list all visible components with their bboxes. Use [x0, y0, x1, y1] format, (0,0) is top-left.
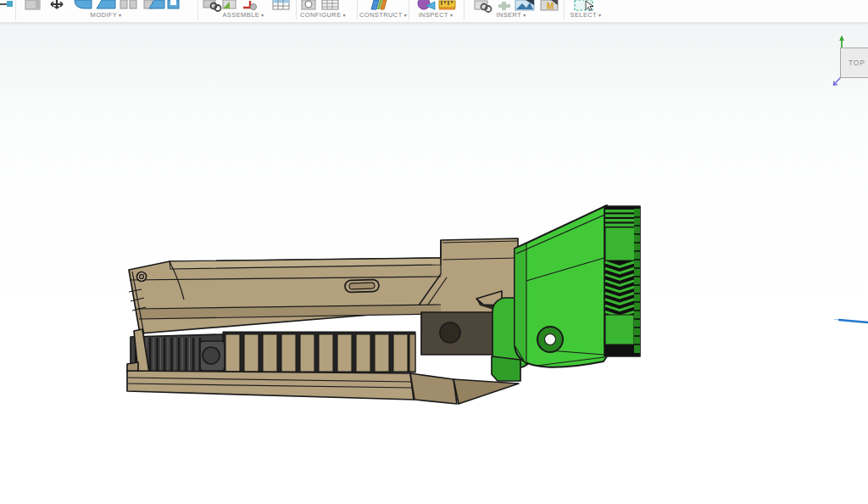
joint-icon[interactable]: [243, 1, 257, 10]
viewcube-top-face[interactable]: TOP: [840, 48, 868, 78]
magwell-hole: [440, 322, 460, 343]
toolbar-group-assemble[interactable]: ASSEMBLE▾: [222, 11, 264, 19]
component-table-icon[interactable]: [273, 0, 289, 9]
model-part-rail-fins[interactable]: [223, 332, 415, 372]
toolbar-separator: [198, 0, 198, 20]
deck-oval-slot: [345, 279, 379, 292]
split-body-icon[interactable]: [120, 0, 136, 8]
configuration-table-icon[interactable]: [322, 0, 338, 9]
construction-plane-icon[interactable]: [371, 0, 387, 9]
toolbar-group-configure[interactable]: CONFIGURE▾: [300, 11, 346, 19]
model-part-magwell-inset[interactable]: [421, 312, 500, 355]
chevron-down-icon: ▾: [119, 13, 121, 18]
configure-icon[interactable]: [302, 0, 315, 9]
toolbar-separator: [296, 0, 297, 20]
model-part-knurled-rib-end[interactable]: [604, 206, 640, 356]
chevron-down-icon: ▾: [261, 13, 264, 18]
chevron-down-icon: ▾: [450, 13, 453, 18]
fillet-icon[interactable]: [75, 0, 92, 8]
combine-icon[interactable]: [144, 0, 164, 8]
chevron-down-icon: ▾: [343, 13, 346, 18]
chamfer-icon[interactable]: [97, 0, 115, 8]
measure-icon[interactable]: [439, 1, 455, 10]
toolbar-group-insert[interactable]: INSERT▾: [496, 11, 526, 19]
shell-icon[interactable]: [168, 0, 179, 8]
toolbar-group-select[interactable]: SELECT▾: [570, 11, 602, 19]
new-component-icon[interactable]: [223, 0, 236, 8]
chevron-down-icon: ▾: [404, 13, 407, 18]
model-canvas[interactable]: [0, 0, 868, 504]
move-copy-icon[interactable]: [51, 0, 63, 8]
model-part-front-grip[interactable]: [131, 329, 225, 372]
app-window: TOP: [0, 0, 868, 504]
insert-mcmaster-icon[interactable]: M: [541, 0, 558, 11]
canvas-image-icon[interactable]: [515, 0, 534, 10]
select-tool-icon[interactable]: [575, 0, 593, 11]
insert-derive-icon[interactable]: [475, 1, 492, 12]
toolbar-separator: [564, 0, 565, 20]
assemble-link-icon[interactable]: [203, 0, 221, 11]
section-analysis-icon[interactable]: [418, 0, 435, 9]
chevron-down-icon: ▾: [523, 13, 526, 18]
decal-icon[interactable]: [498, 2, 510, 10]
grip-button: [203, 347, 220, 364]
toolbar-separator: [409, 0, 409, 20]
toolbar-separator: [357, 0, 358, 20]
press-pull-icon[interactable]: [25, 0, 40, 9]
toolbar: M MODIFY▾ ASSEMBLE▾ CONFIGURE▾ CONSTRUCT…: [0, 0, 868, 24]
sketch-line[interactable]: [834, 320, 868, 323]
chevron-down-icon: ▾: [598, 13, 601, 18]
joint-origin-icon[interactable]: [0, 1, 13, 7]
viewcube-face-label: TOP: [841, 59, 865, 67]
toolbar-group-construct[interactable]: CONSTRUCT▾: [359, 11, 407, 19]
toolbar-group-inspect[interactable]: INSPECT▾: [419, 11, 453, 19]
toolbar-group-modify[interactable]: MODIFY▾: [91, 11, 122, 19]
mcmaster-letter: M: [547, 2, 554, 11]
toolbar-separator: [464, 0, 465, 20]
toolbar-separator: [15, 0, 16, 20]
